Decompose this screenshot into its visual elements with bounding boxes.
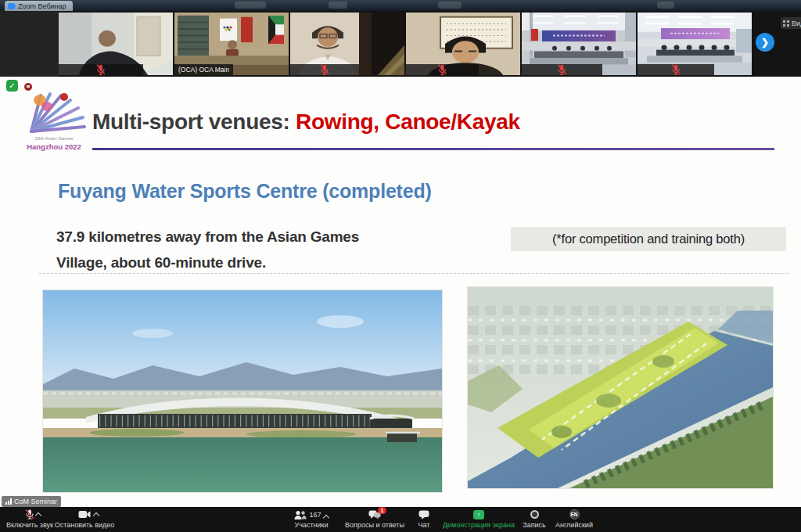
- participants-count: 167: [309, 511, 321, 519]
- video-gallery-strip: (Uzbekistan) Nozim ...: [0, 11, 801, 77]
- participant-name-bar: Co-host City Huzhou: [522, 64, 602, 75]
- participant-name-bar: Co-host City Jinhua: [638, 64, 714, 75]
- record-label: Запись: [523, 521, 546, 529]
- window-title-bar: Zoom Вебинар: [0, 0, 801, 11]
- video-tile-huzhou[interactable]: Co-host City Huzhou: [522, 13, 636, 75]
- participant-name-bar: (Uzbekistan) Nozim ...: [59, 64, 143, 75]
- participant-name: (OCA) OCA Main: [178, 66, 229, 74]
- participant-name-bar: (OCA) Mr Haider: [290, 64, 359, 75]
- venue-photo-left: [43, 290, 442, 492]
- dashed-divider: [39, 273, 788, 274]
- note-text: (*for competition and training both): [552, 232, 745, 246]
- security-shield-icon: ✓: [6, 80, 18, 92]
- participants-icon: [294, 510, 307, 519]
- meeting-status-badge: CoM Seminar: [2, 496, 61, 507]
- chat-bubble-icon: [418, 510, 429, 519]
- interpretation-label: Английский: [555, 521, 593, 529]
- participant-name-bar: (OCA) 宋鲁增先生: [406, 64, 479, 75]
- titlebar-artifact: [657, 2, 674, 9]
- video-tile-mr-haider[interactable]: (OCA) Mr Haider: [290, 13, 404, 75]
- video-tile-uzbekistan[interactable]: (Uzbekistan) Nozim ...: [59, 13, 173, 75]
- video-camera-icon: [78, 510, 91, 519]
- interpretation-language-icon: EN: [569, 509, 580, 519]
- slide-title: Multi-sport venues: Rowing, Canoe/Kayak: [92, 110, 520, 135]
- distance-text-line1: 37.9 kilometres away from the Asian Game…: [56, 224, 359, 250]
- share-screen-label: Демонстрация экрана: [443, 521, 515, 529]
- video-options-caret[interactable]: [94, 512, 99, 516]
- muted-mic-icon: [294, 64, 355, 75]
- share-screen-button[interactable]: Демонстрация экрана: [441, 509, 516, 530]
- distance-text-line2: Village, about 60-minute drive.: [56, 250, 359, 275]
- video-tile-oca-main[interactable]: (OCA) OCA Main: [174, 13, 289, 75]
- qa-label: Вопросы и ответы: [345, 521, 404, 529]
- slide-title-highlight: Rowing, Canoe/Kayak: [296, 110, 520, 134]
- participants-options-caret[interactable]: [324, 514, 329, 519]
- unmute-button[interactable]: Включить звук: [5, 509, 55, 530]
- signal-bars-icon: [5, 498, 12, 505]
- participants-button[interactable]: 167 Участники: [286, 509, 336, 530]
- gallery-view-icon: [783, 20, 789, 27]
- video-tile-song-luzeng[interactable]: (OCA) 宋鲁增先生: [406, 13, 520, 75]
- muted-mic-icon: [25, 509, 34, 519]
- muted-mic-icon: [641, 64, 710, 75]
- qa-button[interactable]: 1 Вопросы и ответы: [343, 509, 407, 530]
- record-button[interactable]: Запись: [518, 509, 551, 530]
- window-tab-title: Zoom Вебинар: [18, 2, 66, 10]
- participants-label: Участники: [295, 521, 329, 529]
- titlebar-artifact: [329, 2, 347, 9]
- zoom-webinar-window: Zoom Вебинар (Uzbekistan): [0, 0, 801, 532]
- participant-name-bar: (OCA) OCA Main: [174, 64, 233, 75]
- distance-text: 37.9 kilometres away from the Asian Game…: [56, 224, 359, 275]
- shared-screen-slide: ✓ 19th Asian Games Hangzhou 2022: [0, 77, 801, 507]
- zoom-toolbar: Включить звук Остановить видео 1: [0, 507, 801, 532]
- muted-mic-icon: [526, 64, 598, 75]
- view-button-label: Вид: [792, 20, 801, 27]
- window-tab[interactable]: Zoom Вебинар: [5, 1, 73, 11]
- asian-games-logo: 19th Asian Games Hangzhou 2022: [20, 88, 88, 160]
- chat-label: Чат: [418, 521, 430, 529]
- meeting-name: CoM Seminar: [14, 498, 57, 505]
- titlebar-artifact: [235, 2, 266, 9]
- stop-video-label: Остановить видео: [55, 521, 115, 529]
- interpretation-button[interactable]: EN Английский: [554, 509, 594, 530]
- logo-line2: Hangzhou 2022: [20, 142, 88, 151]
- chat-button[interactable]: Чат: [411, 509, 436, 530]
- muted-mic-icon: [63, 64, 139, 75]
- view-button[interactable]: Вид: [781, 17, 801, 29]
- qa-badge: 1: [378, 507, 386, 514]
- muted-mic-icon: [410, 64, 475, 75]
- note-box: (*for competition and training both): [511, 227, 786, 251]
- mic-options-caret[interactable]: [36, 512, 41, 516]
- record-icon: [530, 510, 539, 519]
- slide-title-prefix: Multi-sport venues:: [92, 110, 296, 134]
- zoom-camera-icon: [8, 3, 15, 9]
- titlebar-artifact: [438, 2, 462, 9]
- fan-emblem-icon: [20, 88, 88, 135]
- gallery-left-padding: [0, 11, 59, 77]
- unmute-label: Включить звук: [6, 521, 53, 529]
- venue-heading: Fuyang Water Sports Centre (completed): [58, 180, 432, 203]
- stop-video-button[interactable]: Остановить видео: [55, 509, 114, 530]
- venue-photo-right: [468, 287, 773, 488]
- next-page-arrow-button[interactable]: ❯: [756, 33, 774, 52]
- video-tile-jinhua[interactable]: Co-host City Jinhua: [638, 13, 752, 75]
- share-screen-icon: [473, 510, 484, 519]
- title-underline: [92, 148, 774, 150]
- logo-line1: 19th Asian Games: [20, 136, 88, 141]
